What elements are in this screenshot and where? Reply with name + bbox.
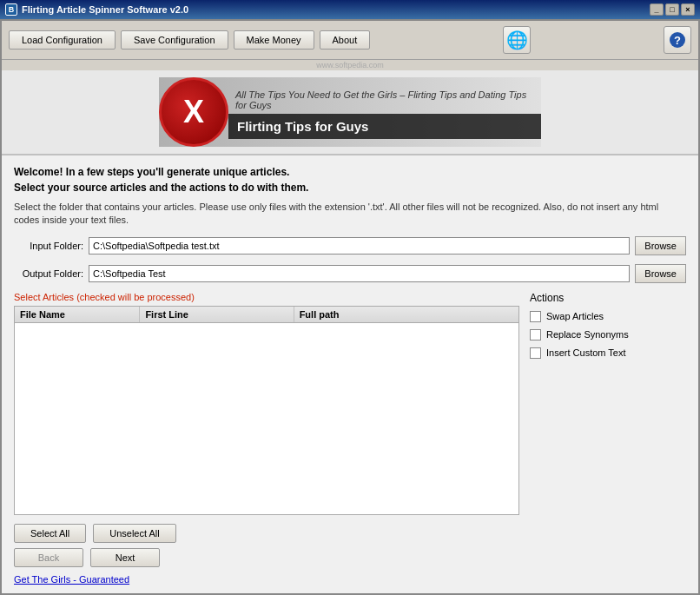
banner-area: X All The Tips You Need to Get the Girls… xyxy=(2,70,698,155)
input-folder-row: Input Folder: Browse xyxy=(14,236,686,255)
window-title: Flirting Article Spinner Software v2.0 xyxy=(22,4,188,15)
globe-button[interactable]: 🌐 xyxy=(503,26,531,54)
main-window: Load Configuration Save Configuration Ma… xyxy=(0,19,700,595)
input-folder-label: Input Folder: xyxy=(14,241,83,251)
insert-custom-label: Insert Custom Text xyxy=(546,347,626,358)
unselect-all-button[interactable]: Unselect All xyxy=(93,524,175,543)
content-area: Welcome! In a few steps you'll generate … xyxy=(2,155,698,593)
col-filename: File Name xyxy=(15,307,140,322)
maximize-button[interactable]: □ xyxy=(665,3,679,16)
swap-articles-label: Swap Articles xyxy=(546,311,604,321)
banner-text: All The Tips You Need to Get the Girls –… xyxy=(228,86,541,139)
instructions-text: Select the folder that contains your art… xyxy=(14,201,686,228)
file-table: File Name First Line Full path xyxy=(14,306,519,515)
welcome-text: Welcome! In a few steps you'll generate … xyxy=(14,164,686,195)
output-folder-row: Output Folder: Browse xyxy=(14,264,686,283)
input-folder-field[interactable] xyxy=(89,237,630,255)
bottom-section: Select All Unselect All Back Next xyxy=(14,524,686,567)
action-insert-custom: Insert Custom Text xyxy=(530,347,686,359)
banner-circle-icon: X xyxy=(159,77,228,147)
banner-tagline: All The Tips You Need to Get the Girls –… xyxy=(228,86,541,114)
save-config-button[interactable]: Save Configuration xyxy=(121,30,228,50)
window-controls: _ □ × xyxy=(650,3,695,16)
articles-section-label: Select Articles (checked will be process… xyxy=(14,292,519,302)
output-folder-browse-button[interactable]: Browse xyxy=(635,264,686,283)
close-button[interactable]: × xyxy=(681,3,695,16)
help-button[interactable]: ? xyxy=(664,26,691,54)
about-button[interactable]: About xyxy=(320,30,371,50)
banner-title: Flirting Tips for Guys xyxy=(228,114,541,139)
load-config-button[interactable]: Load Configuration xyxy=(9,30,116,50)
col-firstline: First Line xyxy=(140,307,294,322)
input-folder-browse-button[interactable]: Browse xyxy=(635,236,686,255)
globe-icon: 🌐 xyxy=(506,30,528,50)
articles-section: Select Articles (checked will be process… xyxy=(14,292,519,515)
select-row: Select All Unselect All xyxy=(14,524,686,543)
action-swap-articles: Swap Articles xyxy=(530,311,686,322)
articles-actions-section: Select Articles (checked will be process… xyxy=(14,292,686,515)
footer-link[interactable]: Get The Girls - Guaranteed xyxy=(14,574,686,585)
insert-custom-checkbox[interactable] xyxy=(530,347,541,359)
actions-label: Actions xyxy=(530,292,686,304)
swap-articles-checkbox[interactable] xyxy=(530,311,541,322)
file-table-body[interactable] xyxy=(15,323,518,471)
welcome-line1: Welcome! In a few steps you'll generate … xyxy=(14,166,289,178)
select-all-button[interactable]: Select All xyxy=(14,524,86,543)
action-replace-synonyms: Replace Synonyms xyxy=(530,329,686,340)
help-icon: ? xyxy=(670,32,685,48)
toolbar: Load Configuration Save Configuration Ma… xyxy=(2,21,698,60)
title-bar: B Flirting Article Spinner Software v2.0… xyxy=(0,0,700,19)
banner: X All The Tips You Need to Get the Girls… xyxy=(159,77,541,147)
col-fullpath: Full path xyxy=(294,307,518,322)
app-icon: B xyxy=(5,3,17,16)
actions-section: Actions Swap Articles Replace Synonyms I… xyxy=(530,292,686,515)
back-button[interactable]: Back xyxy=(14,548,83,567)
minimize-button[interactable]: _ xyxy=(650,3,664,16)
output-folder-label: Output Folder: xyxy=(14,268,83,279)
welcome-line2: Select your source articles and the acti… xyxy=(14,182,308,194)
output-folder-field[interactable] xyxy=(89,265,630,282)
replace-synonyms-checkbox[interactable] xyxy=(530,329,541,340)
make-money-button[interactable]: Make Money xyxy=(234,30,314,50)
file-table-header: File Name First Line Full path xyxy=(15,307,518,323)
next-button[interactable]: Next xyxy=(90,548,160,567)
replace-synonyms-label: Replace Synonyms xyxy=(546,329,629,340)
watermark: www.softpedia.com xyxy=(2,60,698,70)
nav-row: Back Next xyxy=(14,548,686,567)
